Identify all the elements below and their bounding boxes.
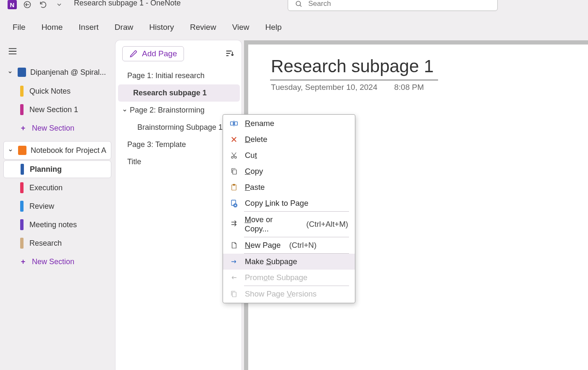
section-item-meetingnotes[interactable]: Meeting notes xyxy=(3,216,111,234)
page-time: 8:08 PM xyxy=(394,83,424,92)
section-label: Planning xyxy=(30,165,62,174)
page-label: Page 1: Initial research xyxy=(127,71,205,80)
menu-item-label: Move or Copy... xyxy=(245,215,298,234)
page-label: Page 3: Template xyxy=(127,140,186,149)
page-item[interactable]: Brainstorming Subpage 1 xyxy=(118,119,240,136)
section-color-icon xyxy=(20,86,24,97)
menu-item-label: Delete xyxy=(245,135,268,144)
edit-icon xyxy=(129,50,138,58)
section-item-review[interactable]: Review xyxy=(3,197,111,215)
ribbon-tabs: File Home Insert Draw History Review Vie… xyxy=(0,12,588,39)
title-bar: N Research subpage 1 - OneNote xyxy=(0,0,588,12)
add-page-button[interactable]: Add Page xyxy=(122,46,184,61)
new-section-button[interactable]: + New Section xyxy=(3,253,111,270)
page-item[interactable]: Page 3: Template xyxy=(118,136,240,153)
titlebar-search-input[interactable] xyxy=(308,0,491,8)
add-page-label: Add Page xyxy=(142,49,177,58)
copylink-icon xyxy=(229,199,239,207)
section-label: Meeting notes xyxy=(29,220,77,229)
back-button[interactable] xyxy=(22,0,33,10)
search-icon xyxy=(295,0,302,8)
undo-button[interactable] xyxy=(38,0,49,10)
ribbon-tab-draw[interactable]: Draw xyxy=(115,23,133,32)
ribbon-tab-file[interactable]: File xyxy=(13,23,26,32)
svg-point-1 xyxy=(296,1,301,6)
promote-icon xyxy=(229,274,239,281)
menu-item-paste[interactable]: Paste xyxy=(223,179,355,195)
new-section-button[interactable]: + New Section xyxy=(3,119,111,137)
move-icon xyxy=(229,220,239,228)
ribbon-tab-help[interactable]: Help xyxy=(265,23,281,32)
section-label: Research xyxy=(29,239,62,248)
notebook-item[interactable]: Dipanjenah @ Spiral... xyxy=(3,63,111,81)
sort-pages-button[interactable] xyxy=(225,49,234,58)
chevron-down-icon xyxy=(7,70,13,75)
page-label: Brainstorming Subpage 1 xyxy=(137,123,223,132)
menu-item-shortcut: (Ctrl+N) xyxy=(289,241,316,250)
menu-item-rename[interactable]: Rename xyxy=(223,115,355,131)
menu-item-label: Copy xyxy=(245,167,263,176)
notebook-color-icon xyxy=(18,68,26,77)
menu-item-makesub[interactable]: Make Subpage xyxy=(223,254,355,270)
menu-item-label: Show Page Versions xyxy=(245,289,317,299)
menu-item-newpage[interactable]: New Page(Ctrl+N) xyxy=(223,237,355,253)
ribbon-tab-home[interactable]: Home xyxy=(42,23,63,32)
page-title[interactable]: Research subpage 1 xyxy=(248,45,588,78)
makesub-icon xyxy=(229,258,239,265)
plus-icon: + xyxy=(20,124,26,133)
chevron-down-icon xyxy=(122,108,127,113)
menu-item-label: Promote Subpage xyxy=(245,273,307,282)
nav-toggle-button[interactable] xyxy=(6,45,19,58)
ribbon-tab-history[interactable]: History xyxy=(149,23,174,32)
menu-item-copylink[interactable]: Copy Link to Page xyxy=(223,195,355,211)
app-icon: N xyxy=(8,0,17,9)
page-label: Title xyxy=(127,157,141,166)
section-item-newsection1[interactable]: New Section 1 xyxy=(3,101,111,118)
section-label: New Section 1 xyxy=(29,105,78,114)
menu-item-promote: Promote Subpage xyxy=(223,270,355,286)
menu-item-delete[interactable]: Delete xyxy=(223,131,355,147)
page-item[interactable]: Page 1: Initial research xyxy=(118,67,240,84)
menu-item-label: New Page xyxy=(245,241,281,250)
page-label: Page 2: Brainstorming xyxy=(130,106,205,115)
menu-item-cut[interactable]: Cut xyxy=(223,147,355,163)
svg-rect-12 xyxy=(232,292,236,297)
paste-icon xyxy=(229,183,239,192)
versions-icon xyxy=(229,290,239,298)
window-title: Research subpage 1 - OneNote xyxy=(74,0,181,8)
titlebar-search[interactable] xyxy=(288,0,498,11)
notebook-name: Notebook for Project A xyxy=(31,146,106,155)
ribbon-tab-insert[interactable]: Insert xyxy=(79,23,99,32)
svg-rect-4 xyxy=(235,122,238,125)
section-color-icon xyxy=(20,182,24,193)
page-item[interactable]: Page 2: Brainstorming xyxy=(118,102,240,119)
menu-item-label: Rename xyxy=(245,119,274,128)
section-item-execution[interactable]: Execution xyxy=(3,179,111,197)
menu-item-versions: Show Page Versions xyxy=(223,286,355,302)
ribbon-tab-view[interactable]: View xyxy=(232,23,249,32)
notebook-item[interactable]: Notebook for Project A xyxy=(3,141,111,160)
notebook-color-icon xyxy=(18,146,26,155)
section-item-planning[interactable]: Planning xyxy=(3,160,111,178)
section-color-icon xyxy=(20,201,24,212)
section-label: Review xyxy=(29,202,54,211)
customize-qat-button[interactable] xyxy=(54,0,65,10)
section-label: Quick Notes xyxy=(29,87,71,96)
section-item-quicknotes[interactable]: Quick Notes xyxy=(3,82,111,100)
page-list: Page 1: Initial research Research subpag… xyxy=(118,67,240,171)
page-item[interactable]: Title xyxy=(118,153,240,171)
menu-item-shortcut: (Ctrl+Alt+M) xyxy=(306,220,348,229)
notebook-sidebar: Dipanjenah @ Spiral... Quick Notes New S… xyxy=(0,39,116,370)
section-color-icon xyxy=(21,164,24,175)
ribbon-tab-review[interactable]: Review xyxy=(190,23,216,32)
page-date: Tuesday, September 10, 2024 xyxy=(271,83,378,92)
cut-icon xyxy=(229,151,239,160)
plus-icon: + xyxy=(20,257,26,266)
menu-item-move[interactable]: Move or Copy...(Ctrl+Alt+M) xyxy=(223,212,355,237)
menu-item-copy[interactable]: Copy xyxy=(223,163,355,179)
delete-icon xyxy=(229,136,239,143)
notebook-name: Dipanjenah @ Spiral... xyxy=(30,68,106,77)
page-item[interactable]: Research subpage 1 xyxy=(118,84,240,102)
new-section-label: New Section xyxy=(32,257,74,266)
section-item-research[interactable]: Research xyxy=(3,234,111,252)
